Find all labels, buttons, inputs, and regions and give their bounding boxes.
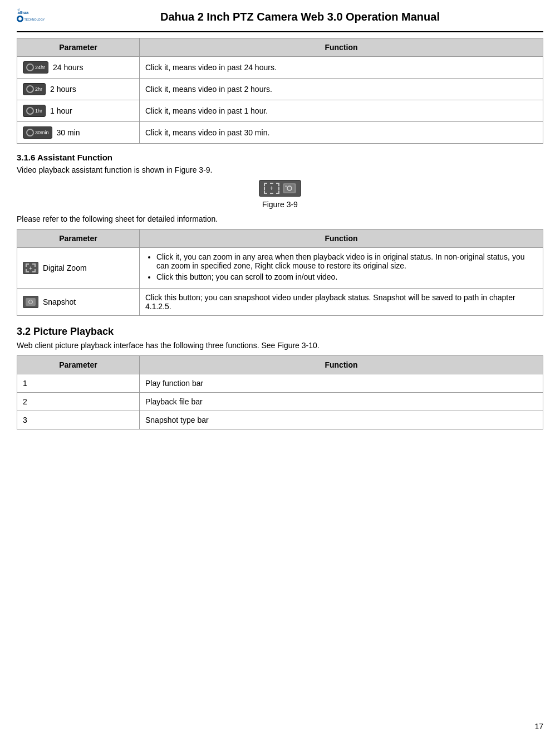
time-func: Click it, means video in past 30 min. [140, 122, 543, 144]
param-number: 3 [17, 411, 140, 429]
time-label: 2 hours [50, 85, 76, 94]
zoom-icon: + [264, 183, 279, 194]
table-row: 3 Snapshot type bar [17, 411, 543, 429]
zoom-box-icon: + [26, 263, 36, 272]
table-row: 1hr 1 hour Click it, means video in past… [17, 100, 543, 122]
snapshot-param: Snapshot [17, 289, 140, 316]
digital-zoom-icon: + [23, 262, 38, 274]
time-func: Click it, means video in past 24 hours. [140, 57, 543, 79]
time-func: Click it, means video in past 2 hours. [140, 79, 543, 100]
table-row: 24hr 24 hours Click it, means video in p… [17, 57, 543, 79]
clock-icon: 1hr [23, 105, 46, 117]
snapshot-label: Snapshot [43, 297, 76, 306]
snapshot-func: Click this button; you can snapshoot vid… [140, 289, 543, 316]
table3-col1-header: Parameter [17, 356, 140, 374]
figure39-container: + [17, 180, 543, 197]
clock-icon: 30min [23, 126, 52, 139]
svg-text:d: d [18, 8, 19, 11]
bullet2: Click this button; you can scroll to zoo… [156, 272, 537, 281]
table3-col2-header: Function [140, 356, 543, 374]
clock-circle-icon [26, 129, 34, 136]
time-param: 30min 30 min [17, 122, 140, 144]
param-number: 1 [17, 374, 140, 393]
dahua-logo: alhua d TECHNOLOGY [17, 6, 50, 28]
table-row: 2 Playback file bar [17, 393, 543, 411]
section32-title: 3.2 Picture Playback [17, 326, 543, 338]
section316-title: 3.1.6 Assistant Function [17, 153, 543, 162]
table1-col2-header: Function [140, 38, 543, 57]
clock-icon: 24hr [23, 61, 48, 74]
digital-zoom-label: Digital Zoom [43, 263, 87, 272]
table-row: 1 Play function bar [17, 374, 543, 393]
clock-circle-icon [26, 85, 34, 93]
svg-point-4 [18, 17, 22, 21]
time-label: 30 min [57, 128, 80, 137]
time-param: 1hr 1 hour [17, 100, 140, 122]
table2-col1-header: Parameter [17, 230, 140, 248]
snapshot-icon [23, 296, 38, 308]
time-param: 24hr 24 hours [17, 57, 140, 79]
assistant-function-table: Parameter Function + Digital Zoom Click … [17, 229, 543, 316]
table-row: 30min 30 min Click it, means video in pa… [17, 122, 543, 144]
assistant-function-icon: + [259, 180, 301, 197]
svg-rect-8 [285, 186, 287, 187]
table2-col2-header: Function [140, 230, 543, 248]
bullet1: Click it, you can zoom in any area when … [156, 252, 537, 270]
table-row: 2hr 2 hours Click it, means video in pas… [17, 79, 543, 100]
param-func: Snapshot type bar [140, 411, 543, 429]
table-row: + Digital Zoom Click it, you can zoom in… [17, 248, 543, 289]
camera-icon [283, 183, 296, 193]
refer-text: Please refer to the following sheet for … [17, 214, 543, 223]
param-func: Playback file bar [140, 393, 543, 411]
digital-zoom-param: + Digital Zoom [17, 248, 140, 289]
param-func: Play function bar [140, 374, 543, 393]
camera-small-icon [26, 298, 36, 306]
time-param: 2hr 2 hours [17, 79, 140, 100]
digital-zoom-func: Click it, you can zoom in any area when … [140, 248, 543, 289]
clock-circle-icon [26, 107, 34, 115]
section316-intro: Video playback assistant function is sho… [17, 165, 543, 174]
table1-col1-header: Parameter [17, 38, 140, 57]
clock-icon: 2hr [23, 83, 46, 95]
clock-circle-icon [26, 64, 34, 71]
time-func: Click it, means video in past 1 hour. [140, 100, 543, 122]
time-label: 1 hour [50, 106, 72, 115]
page-header: alhua d TECHNOLOGY Dahua 2 Inch PTZ Came… [17, 6, 543, 32]
svg-text:TECHNOLOGY: TECHNOLOGY [24, 18, 45, 21]
figure39-caption: Figure 3-9 [17, 200, 543, 209]
page-title: Dahua 2 Inch PTZ Camera Web 3.0 Operatio… [57, 11, 543, 23]
table-row: Snapshot Click this button; you can snap… [17, 289, 543, 316]
picture-playback-table: Parameter Function 1 Play function bar 2… [17, 355, 543, 429]
time-filter-table: Parameter Function 24hr 24 hours Click i… [17, 38, 543, 144]
time-label: 24 hours [53, 63, 83, 72]
section32-intro: Web client picture playback interface ha… [17, 341, 543, 350]
page-number: 17 [534, 722, 543, 731]
param-number: 2 [17, 393, 140, 411]
